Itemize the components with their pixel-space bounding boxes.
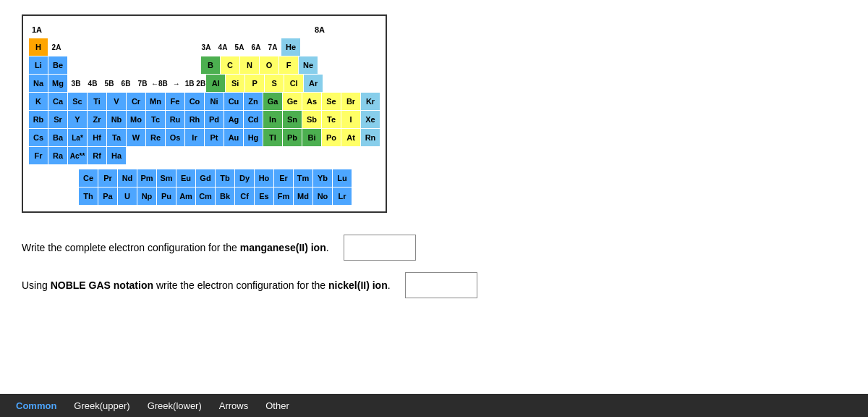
label-8a: 8A [312,22,328,38]
el-Pm: Pm [137,169,156,187]
el-Ac: Ac** [68,147,87,164]
el-Br: Br [341,93,360,110]
el-Ho: Ho [255,169,273,187]
el-K: K [29,93,48,110]
el-Ca: Ca [48,93,67,110]
period-6: Cs Ba La* Hf Ta W Re Os Ir Pt Au Hg Tl P… [29,129,380,146]
q2-middle: write the electron configuration for the [153,279,328,291]
el-Sb: Sb [302,111,321,128]
el-Re: Re [146,129,165,146]
el-Tl: Tl [263,129,282,146]
el-Mg: Mg [48,75,67,92]
q1-bold: manganese(II) ion [240,242,326,253]
el-Ni: Ni [205,93,224,110]
el-Ag: Ag [224,111,243,128]
el-Sc: Sc [68,93,87,110]
q2-bold2: nickel(II) ion [328,279,388,291]
period-7: Fr Ra Ac** Rf Ha [29,147,380,164]
el-Nd: Nd [118,169,137,187]
period-1: H 2A 3A 4A 5A 6A 7A He [29,38,380,56]
el-Er: Er [274,169,293,187]
el-Ar: Ar [304,75,323,92]
label-2a: 2A [48,39,64,55]
el-O: O [260,56,278,74]
el-Es: Es [255,188,273,205]
el-Y: Y [68,111,87,128]
el-Al: Al [206,75,225,92]
el-F: F [279,56,298,74]
spacer [46,22,61,38]
el-Fm: Fm [274,188,293,205]
answer-input-2[interactable] [406,273,477,298]
el-Kr: Kr [361,93,380,110]
el-Ru: Ru [166,111,184,128]
lbl-4a: 4A [215,39,231,55]
el-Rh: Rh [185,111,204,128]
periodic-table: 1A 8A H 2A [22,14,387,213]
el-W: W [127,129,145,146]
el-Dy: Dy [235,169,254,187]
el-C: C [221,56,239,74]
el-I: I [341,111,360,128]
el-N: N [240,56,259,74]
el-Au: Au [224,129,243,146]
question-2-section: Using NOBLE GAS notation write the elect… [22,272,846,298]
el-No: No [313,188,332,205]
el-Cr: Cr [127,93,145,110]
el-Rf: Rf [88,147,106,164]
el-Pb: Pb [283,129,302,146]
lanthanide-row: Ce Pr Nd Pm Sm Eu Gd Tb Dy Ho Er Tm Yb L… [79,169,380,187]
el-Rb: Rb [29,111,48,128]
el-Tb: Tb [216,169,234,187]
el-Eu: Eu [176,169,195,187]
q2-bold1: NOBLE GAS notation [51,279,153,291]
el-Yb: Yb [313,169,332,187]
answer-box-1[interactable] [344,235,416,261]
lbl-6a: 6A [248,39,264,55]
answer-input-1[interactable] [344,235,415,260]
el-Co: Co [185,93,204,110]
el-Po: Po [322,129,341,146]
el-At: At [341,129,360,146]
period-2: Li Be B C N O F Ne [29,56,380,74]
el-Fr: Fr [29,147,48,164]
el-Ir: Ir [185,129,204,146]
el-Ne: Ne [299,56,318,74]
el-Nb: Nb [107,111,126,128]
lbl-7a: 7A [265,39,281,55]
el-Tm: Tm [294,169,312,187]
el-Ba: Ba [48,129,67,146]
el-Mo: Mo [127,111,145,128]
el-Ce: Ce [79,169,98,187]
el-Si: Si [226,75,244,92]
el-Cl: Cl [284,75,303,92]
el-H: H [29,38,48,56]
el-Cd: Cd [244,111,263,128]
el-Pr: Pr [98,169,117,187]
lbl-5a: 5A [231,39,247,55]
el-Be: Be [48,56,67,74]
answer-box-2[interactable] [405,272,477,298]
question-1-text: Write the complete electron configuratio… [22,242,329,253]
el-Cu: Cu [224,93,243,110]
el-S: S [265,75,284,92]
el-La: La* [68,129,87,146]
el-Ha: Ha [107,147,126,164]
el-Tc: Tc [146,111,165,128]
el-Hf: Hf [88,129,106,146]
lbl-3a: 3A [198,39,214,55]
q2-suffix: . [388,279,391,291]
el-Se: Se [322,93,341,110]
el-He: He [281,38,300,56]
label-1a: 1A [29,22,45,38]
el-Li: Li [29,56,48,74]
el-Lr: Lr [333,188,352,205]
el-Lu: Lu [333,169,352,187]
el-Gd: Gd [196,169,215,187]
el-Np: Np [137,188,156,205]
el-As: As [302,93,321,110]
el-Cf: Cf [235,188,254,205]
el-Am: Am [176,188,195,205]
el-Cm: Cm [196,188,215,205]
el-U: U [118,188,137,205]
